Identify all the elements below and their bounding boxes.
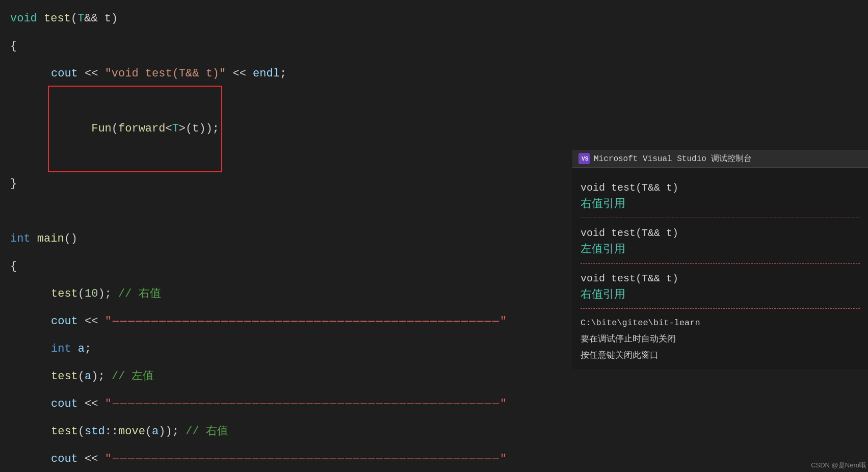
code-line-15: cout << "———————————————————————————————…: [10, 445, 868, 472]
console-fn-1: void test(T&& t): [581, 180, 860, 196]
console-footer: C:\bite\gitee\bit-learn 要在调试停止时自动关闭 按任意键…: [581, 315, 860, 364]
fn-name-test: test: [44, 5, 71, 33]
console-note: 要在调试停止时自动关闭: [581, 331, 860, 348]
code-line-13: cout << "———————————————————————————————…: [10, 390, 868, 418]
console-hint: 按任意键关闭此窗口: [581, 348, 860, 364]
svg-text:VS: VS: [582, 156, 588, 162]
console-result-3: 右值引用: [581, 287, 860, 303]
code-line-2: {: [10, 33, 868, 60]
code-line-14: test(std::move(a)); // 右值: [10, 418, 868, 445]
code-line-3: cout << "void test(T&& t)" << endl ;: [10, 60, 868, 88]
console-content: void test(T&& t) 右值引用 void test(T&& t) 左…: [572, 168, 868, 369]
console-panel: VS Microsoft Visual Studio 调试控制台 void te…: [572, 150, 868, 369]
console-fn-2: void test(T&& t): [581, 225, 860, 242]
console-path: C:\bite\gitee\bit-learn: [581, 315, 860, 331]
keyword-void: void: [10, 5, 44, 33]
console-fn-3: void test(T&& t): [581, 271, 860, 287]
console-title-bar: VS Microsoft Visual Studio 调试控制台: [572, 150, 868, 168]
vs-icon: VS: [578, 153, 590, 164]
code-line-1: void test(T&& t): [10, 5, 868, 33]
watermark: CSDN @是Nero哦: [811, 461, 866, 470]
console-section-3: void test(T&& t) 右值引用: [581, 264, 860, 309]
console-title-text: Microsoft Visual Studio 调试控制台: [594, 153, 752, 164]
console-section-2: void test(T&& t) 左值引用: [581, 218, 860, 264]
console-result-1: 右值引用: [581, 196, 860, 213]
console-result-2: 左值引用: [581, 242, 860, 258]
highlight-box: Fun(forward<T>(t));: [51, 88, 219, 170]
console-section-1: void test(T&& t) 右值引用: [581, 173, 860, 218]
